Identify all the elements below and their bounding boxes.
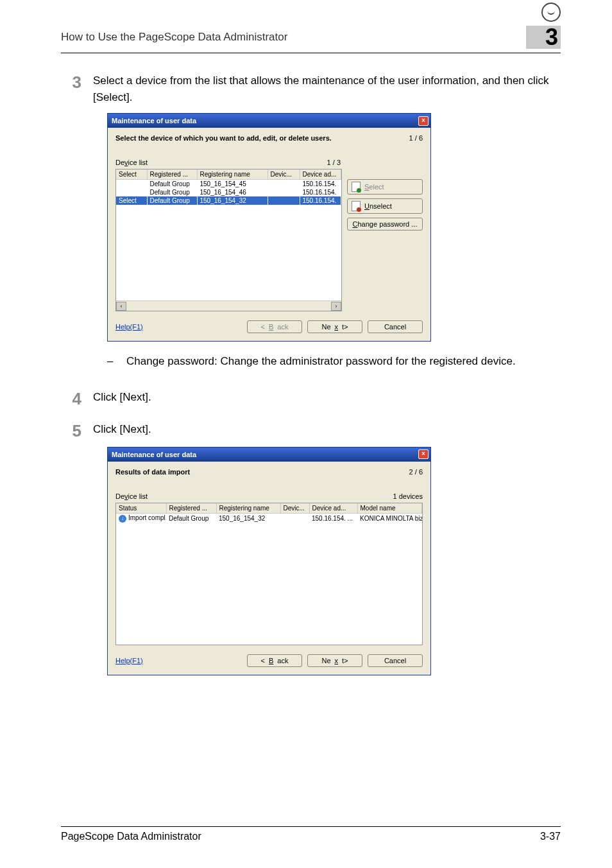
device-list-label: Device list	[115, 159, 148, 166]
step-text-3: Select a device from the list that allow…	[93, 73, 561, 105]
wizard-step-counter: 2 / 6	[409, 468, 423, 476]
step-number-3: 3	[61, 73, 93, 105]
device-count: 1 / 3	[327, 159, 341, 166]
bullet-dash: –	[107, 353, 126, 370]
chapter-number: 3	[545, 24, 558, 51]
step-text-5: Click [Next].	[93, 421, 561, 439]
dialog-maintenance-2: Maintenance of user data × Results of da…	[107, 447, 431, 675]
col-select[interactable]: Select	[116, 169, 147, 180]
next-button[interactable]: Next>	[307, 320, 362, 333]
chapter-badge: 3	[526, 26, 561, 49]
table-row[interactable]: ↓Import compl... Default Group 150_16_15…	[116, 513, 422, 523]
dialog-instruction: Results of data import	[115, 468, 190, 476]
cancel-button[interactable]: Cancel	[368, 654, 423, 667]
import-status-icon: ↓	[119, 515, 126, 523]
col-model-name[interactable]: Model name	[357, 503, 422, 514]
change-password-button[interactable]: Change password ...	[347, 218, 423, 230]
dialog-title: Maintenance of user data	[112, 451, 196, 458]
footer-page: 3-37	[540, 831, 561, 842]
dialog-title: Maintenance of user data	[112, 117, 196, 125]
step-number-5: 5	[61, 421, 93, 439]
dialog-maintenance-1: Maintenance of user data × Select the de…	[107, 113, 431, 342]
col-device[interactable]: Devic...	[280, 503, 309, 514]
horizontal-scrollbar[interactable]: ‹ ›	[116, 300, 341, 311]
running-header: How to Use the PageScope Data Administra…	[61, 31, 287, 44]
footer-product: PageScope Data Administrator	[61, 831, 201, 842]
col-status[interactable]: Status	[116, 503, 166, 514]
close-icon[interactable]: ×	[418, 116, 429, 126]
wizard-step-counter: 1 / 6	[409, 134, 423, 142]
device-count: 1 devices	[393, 492, 423, 500]
col-registering-name[interactable]: Registering name	[197, 169, 268, 180]
col-registered[interactable]: Registered ...	[166, 503, 216, 514]
col-registered[interactable]: Registered ...	[147, 169, 197, 180]
table-row[interactable]: Default Group 150_16_154_46 150.16.154.	[116, 188, 341, 196]
dialog-instruction: Select the device of which you want to a…	[115, 134, 332, 142]
unselect-button[interactable]: Unselect	[347, 198, 423, 214]
col-device[interactable]: Devic...	[268, 169, 300, 180]
select-doc-icon	[352, 182, 361, 192]
help-link[interactable]: Help(F1)	[115, 323, 143, 331]
table-row[interactable]: Default Group 150_16_154_45 150.16.154.	[116, 180, 341, 189]
device-list-label: Device list	[115, 492, 148, 500]
scroll-left-icon[interactable]: ‹	[116, 302, 126, 311]
col-device-addr[interactable]: Device ad...	[309, 503, 357, 514]
step-text-4: Click [Next].	[93, 389, 561, 407]
step-number-4: 4	[61, 389, 93, 407]
back-button[interactable]: < Back	[247, 654, 302, 667]
cancel-button[interactable]: Cancel	[368, 320, 423, 333]
col-registering-name[interactable]: Registering name	[216, 503, 280, 514]
device-table-results[interactable]: Status Registered ... Registering name D…	[115, 503, 423, 645]
back-button[interactable]: < Back	[247, 320, 302, 333]
bullet-text: Change password: Change the administrato…	[126, 353, 516, 370]
manual-icon	[541, 3, 561, 22]
scroll-right-icon[interactable]: ›	[331, 302, 341, 311]
help-link[interactable]: Help(F1)	[115, 657, 143, 664]
next-button[interactable]: Next>	[307, 654, 362, 667]
select-button[interactable]: Select	[347, 179, 423, 195]
unselect-doc-icon	[352, 201, 361, 211]
col-device-addr[interactable]: Device ad...	[300, 169, 341, 180]
device-table[interactable]: Select Registered ... Registering name D…	[115, 169, 342, 311]
close-icon[interactable]: ×	[418, 449, 429, 459]
table-row-selected[interactable]: Select Default Group 150_16_154_32 150.1…	[116, 196, 341, 205]
